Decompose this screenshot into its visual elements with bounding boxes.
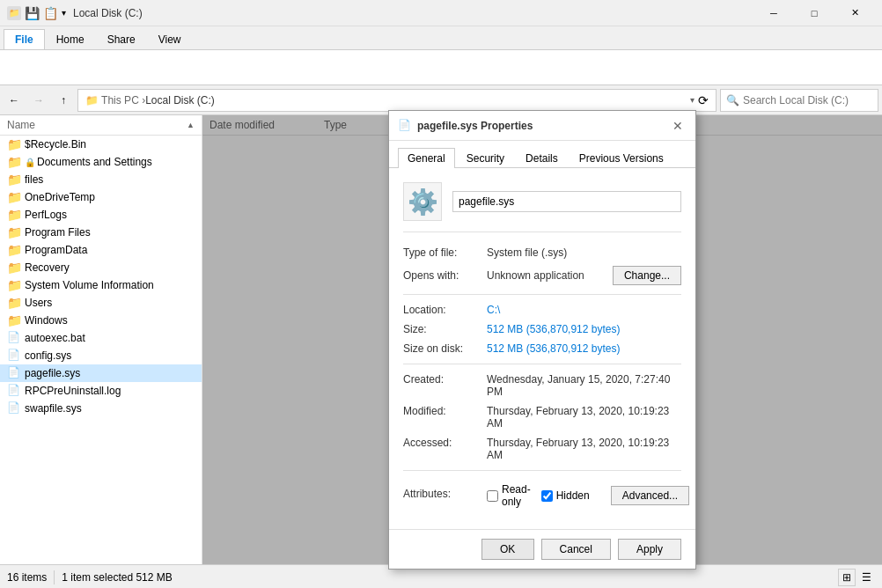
tab-security[interactable]: Security — [457, 148, 514, 168]
tab-file[interactable]: File — [4, 29, 45, 49]
apply-button[interactable]: Apply — [618, 539, 681, 560]
folder-icon: 📁 — [7, 190, 21, 204]
dialog-footer: OK Cancel Apply — [389, 529, 695, 569]
advanced-button[interactable]: Advanced... — [611, 486, 689, 505]
maximize-button[interactable]: □ — [794, 0, 834, 26]
prop-attributes-label: Attributes: — [403, 488, 487, 500]
file-name: pagefile.sys — [25, 367, 80, 379]
file-name: Windows — [25, 314, 68, 327]
tab-share[interactable]: Share — [96, 29, 147, 49]
list-item[interactable]: 📄 autoexec.bat — [0, 329, 202, 347]
divider-3 — [403, 470, 681, 471]
readonly-checkbox[interactable] — [487, 490, 498, 502]
sort-arrow: ▲ — [187, 121, 195, 129]
tab-details[interactable]: Details — [516, 148, 568, 168]
search-input[interactable] — [743, 94, 875, 107]
list-view-button[interactable]: ☰ — [857, 569, 875, 586]
prop-size-label: Size: — [403, 323, 487, 335]
col-name: Name — [7, 119, 187, 131]
address-dropdown[interactable]: ▾ — [690, 95, 695, 105]
tab-general[interactable]: General — [398, 148, 455, 168]
list-item[interactable]: 📁 OneDriveTemp — [0, 188, 202, 206]
divider-1 — [403, 294, 681, 295]
file-name: Users — [25, 297, 52, 309]
file-name: PerfLogs — [25, 209, 67, 221]
tab-view[interactable]: View — [147, 29, 193, 49]
refresh-button[interactable]: ⟳ — [698, 93, 709, 107]
file-icon: 📄 — [7, 349, 21, 363]
tab-previous-versions[interactable]: Previous Versions — [570, 148, 673, 168]
prop-created-value: Wednesday, January 15, 2020, 7:27:40 PM — [487, 373, 681, 398]
file-name-field[interactable] — [452, 191, 681, 212]
details-view-button[interactable]: ⊞ — [838, 569, 856, 586]
folder-icon: 📁 — [7, 313, 21, 327]
quick-access-save[interactable]: 💾 — [25, 6, 40, 20]
prop-modified-value: Thursday, February 13, 2020, 10:19:23 AM — [487, 405, 681, 430]
opens-with-label: Opens with: — [403, 269, 487, 282]
content-area: Date modified Type Size 📄 pagefile.sys P… — [202, 115, 882, 564]
list-item[interactable]: 📄 pagefile.sys — [0, 364, 202, 382]
list-item[interactable]: 📁 Recovery — [0, 259, 202, 276]
file-name: ProgramData — [25, 244, 87, 256]
title-bar-icons: 📁 💾 📋 ▾ — [7, 6, 66, 20]
readonly-attr: Read-only — [487, 483, 531, 508]
folder-icon: 📁 — [7, 137, 21, 151]
hidden-checkbox[interactable] — [541, 490, 553, 502]
dialog-title: pagefile.sys Properties — [417, 120, 669, 132]
close-button[interactable]: ✕ — [834, 0, 875, 26]
change-button[interactable]: Change... — [613, 266, 681, 285]
file-name: files — [25, 173, 43, 186]
folder-icon: 📁 — [7, 243, 21, 257]
prop-accessed: Accessed: Thursday, February 13, 2020, 1… — [403, 437, 681, 461]
prop-created-label: Created: — [403, 373, 487, 398]
list-item[interactable]: 📁 Windows — [0, 312, 202, 329]
prop-location-value: C:\ — [487, 304, 500, 316]
list-item[interactable]: 📁 $Recycle.Bin — [0, 136, 202, 153]
file-big-icon: ⚙️ — [403, 182, 442, 221]
list-item[interactable]: 📁 🔒Documents and Settings — [0, 153, 202, 171]
list-item[interactable]: 📄 config.sys — [0, 347, 202, 364]
dialog-overlay: 📄 pagefile.sys Properties ✕ General Secu… — [202, 115, 882, 564]
dialog-close-button[interactable]: ✕ — [669, 117, 687, 135]
up-button[interactable]: ↑ — [53, 90, 74, 111]
window-title: Local Disk (C:) — [73, 7, 143, 19]
back-button[interactable]: ← — [4, 90, 25, 111]
opens-with-value: Unknown application — [487, 269, 584, 282]
tab-home[interactable]: Home — [45, 29, 96, 49]
quick-access-properties[interactable]: 📋 — [43, 6, 58, 20]
folder-icon: 📁 — [7, 225, 21, 239]
file-name: Program Files — [25, 226, 91, 239]
file-header: ⚙️ — [403, 182, 681, 232]
folder-icon: 📁 — [7, 278, 21, 292]
minimize-button[interactable]: ─ — [753, 0, 794, 26]
hidden-label: Hidden — [556, 489, 590, 502]
window-controls: ─ □ ✕ — [753, 0, 875, 26]
prop-type-value: System file (.sys) — [487, 246, 567, 259]
file-icon: 📄 — [7, 331, 21, 345]
address-path[interactable]: 📁 This PC › Local Disk (C:) ▾ ⟳ — [77, 89, 717, 112]
dialog-body: ⚙️ Type of file: System file (.sys) Open… — [389, 168, 695, 529]
prop-type-label: Type of file: — [403, 246, 487, 259]
attributes-row: Read-only Hidden Advanced... — [487, 483, 689, 508]
file-name: config.sys — [25, 349, 71, 362]
file-name: System Volume Information — [25, 279, 154, 291]
list-item[interactable]: 📄 RPCPreUninstall.log — [0, 382, 202, 400]
folder-icon: 📁 — [7, 208, 21, 222]
special-folder-icon: 📁 — [7, 155, 21, 169]
list-item[interactable]: 📁 files — [0, 171, 202, 188]
search-box[interactable]: 🔍 — [720, 89, 878, 112]
prop-size-on-disk-value: 512 MB (536,870,912 bytes) — [487, 342, 620, 355]
list-item[interactable]: 📁 System Volume Information — [0, 276, 202, 294]
list-item[interactable]: 📁 ProgramData — [0, 241, 202, 259]
quick-access-dropdown[interactable]: ▾ — [62, 8, 66, 18]
list-item[interactable]: 📁 Program Files — [0, 224, 202, 241]
selected-info: 1 item selected 512 MB — [62, 571, 172, 584]
list-item[interactable]: 📄 swapfile.sys — [0, 400, 202, 417]
forward-button[interactable]: → — [28, 90, 49, 111]
dialog-title-bar: 📄 pagefile.sys Properties ✕ — [389, 111, 695, 141]
prop-location: Location: C:\ — [403, 304, 681, 316]
list-item[interactable]: 📁 PerfLogs — [0, 206, 202, 224]
cancel-button[interactable]: Cancel — [541, 539, 611, 560]
list-item[interactable]: 📁 Users — [0, 294, 202, 312]
ok-button[interactable]: OK — [481, 539, 534, 560]
